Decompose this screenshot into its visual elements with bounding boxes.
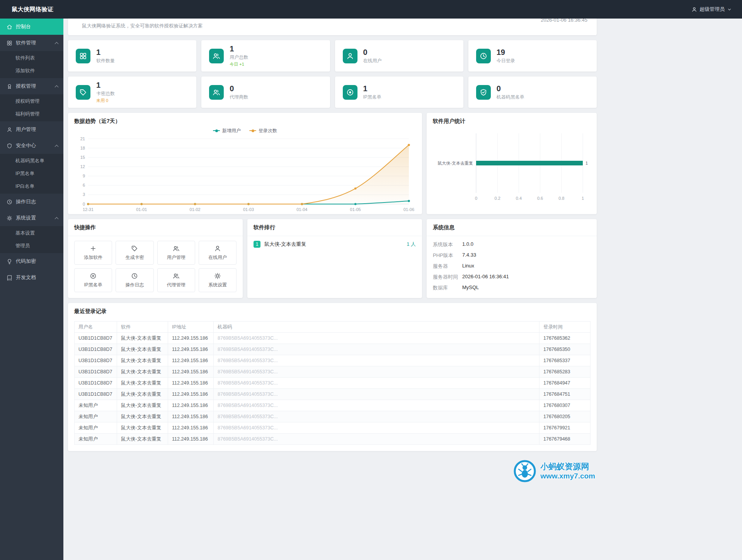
sidebar-item-license-code-manage[interactable]: 授权码管理 <box>0 95 63 108</box>
table-row: U3B1D1CB8D7鼠大侠-文本去重复112.249.155.1868769B… <box>75 378 591 389</box>
ranking-software-name: 鼠大侠-文本去重复 <box>264 241 403 248</box>
table-cell: 8769B5B5A6914055373C... <box>214 344 539 355</box>
svg-text:01-01: 01-01 <box>136 207 147 212</box>
quick-action-generate-card[interactable]: 生成卡密 <box>116 241 153 265</box>
user-icon <box>214 245 221 252</box>
table-cell: 8769B5B5A6914055373C... <box>214 422 539 434</box>
quick-action-ip-blacklist[interactable]: IP黑名单 <box>74 268 112 292</box>
quick-action-agent-manage[interactable]: 代理管理 <box>157 268 195 292</box>
tag-icon <box>76 85 90 100</box>
stat-label: 代理商数 <box>230 94 248 100</box>
table-cell: 112.249.155.186 <box>168 344 214 355</box>
svg-text:01-02: 01-02 <box>190 207 201 212</box>
charts-row: 数据趋势（近7天） 新增用户登录次数 03691215182112-3101-0… <box>68 113 597 214</box>
sidebar-item-dev-docs[interactable]: 开发文档 <box>0 269 63 286</box>
sidebar-submenu-security-center: 机器码黑名单IP黑名单IP白名单 <box>0 154 63 194</box>
quick-action-operation-log[interactable]: 操作日志 <box>116 268 153 292</box>
ranking-item: 1鼠大侠-文本去重复1 人 <box>247 236 422 252</box>
user-menu[interactable]: 超级管理员 <box>691 6 732 13</box>
stat-value: 19 <box>497 48 515 56</box>
shield-check-icon <box>476 85 491 100</box>
user-icon <box>7 127 12 133</box>
quick-action-system-settings[interactable]: 系统设置 <box>199 268 237 292</box>
table-row: U3B1D1CB8D7鼠大侠-文本去重复112.249.155.1868769B… <box>75 333 591 344</box>
clock-icon <box>131 272 138 279</box>
table-row: 未知用户鼠大侠-文本去重复112.249.155.1868769B5B5A691… <box>75 434 591 445</box>
sidebar-item-add-software[interactable]: 添加软件 <box>0 65 63 77</box>
sidebar-item-label: 开发文档 <box>16 274 36 281</box>
table-cell: 112.249.155.186 <box>168 434 214 445</box>
system-info-value: 7.4.33 <box>462 252 476 259</box>
svg-text:0: 0 <box>475 196 477 201</box>
sidebar-item-ip-blacklist[interactable]: IP黑名单 <box>0 167 63 180</box>
quick-action-user-manage[interactable]: 用户管理 <box>157 241 195 265</box>
watermark-site-name: 小蚂蚁资源网 <box>540 461 595 471</box>
stat-extra: 今日 +1 <box>230 61 248 67</box>
sidebar-item-security-center[interactable]: 安全中心 <box>0 138 63 154</box>
system-info-row: 服务器时间2026-01-06 16:36:41 <box>433 272 591 283</box>
stats-grid: 1软件数量1用户总数今日 +10在线用户19今日登录1卡密总数未用 00代理商数… <box>68 40 597 108</box>
legend-item-1[interactable]: 登录次数 <box>249 128 277 134</box>
chevron-up-icon <box>55 217 59 221</box>
sidebar-item-code-encrypt[interactable]: 代码加密 <box>0 253 63 269</box>
sidebar-item-admins[interactable]: 管理员 <box>0 240 63 252</box>
sidebar-item-operation-log[interactable]: 操作日志 <box>0 194 63 210</box>
table-row: 未知用户鼠大侠-文本去重复112.249.155.1868769B5B5A691… <box>75 411 591 422</box>
column-header: 用户名 <box>75 322 117 333</box>
svg-text:6: 6 <box>83 183 85 187</box>
table-cell: 8769B5B5A6914055373C... <box>214 389 539 400</box>
svg-text:01-03: 01-03 <box>243 207 254 212</box>
svg-text:12: 12 <box>80 164 85 169</box>
stat-label: 用户总数 <box>230 54 248 61</box>
sidebar-item-ip-whitelist[interactable]: IP白名单 <box>0 180 63 193</box>
trend-chart-card: 数据趋势（近7天） 新增用户登录次数 03691215182112-3101-0… <box>68 113 422 214</box>
legend-item-0[interactable]: 新增用户 <box>213 128 241 134</box>
table-cell: 112.249.155.186 <box>168 400 214 411</box>
system-info-row: 数据库MySQL <box>433 283 591 293</box>
table-cell: 鼠大侠-文本去重复 <box>117 344 168 355</box>
sidebar-item-machine-blacklist[interactable]: 机器码黑名单 <box>0 155 63 167</box>
svg-text:21: 21 <box>80 136 85 141</box>
chevron-up-icon <box>55 145 59 148</box>
table-row: U3B1D1CB8D7鼠大侠-文本去重复112.249.155.1868769B… <box>75 366 591 378</box>
watermark-text: 小蚂蚁资源网 www.xmy7.com <box>540 461 595 481</box>
users-icon <box>173 272 180 279</box>
sidebar-item-label: 授权管理 <box>16 83 36 90</box>
shield-icon <box>7 143 12 149</box>
svg-text:0: 0 <box>83 202 85 206</box>
apps-icon <box>76 49 90 63</box>
gear-icon <box>7 215 12 221</box>
system-info-value: 2026-01-06 16:36:41 <box>462 274 509 281</box>
sidebar-submenu-license-manage: 授权码管理福利码管理 <box>0 94 63 121</box>
quick-action-online-users[interactable]: 在线用户 <box>199 241 237 265</box>
chevron-up-icon <box>55 42 59 46</box>
sidebar-item-basic-settings[interactable]: 基本设置 <box>0 227 63 240</box>
system-info-label: 数据库 <box>433 284 462 291</box>
welcome-subtitle: 鼠大侠网络验证系统，安全可靠的软件授权验证解决方案 <box>82 23 203 29</box>
sidebar-item-software-manage[interactable]: 软件管理 <box>0 35 63 51</box>
sidebar-item-user-manage[interactable]: 用户管理 <box>0 121 63 138</box>
ribbon-icon <box>7 83 12 89</box>
sidebar-item-welfare-code-manage[interactable]: 福利码管理 <box>0 108 63 121</box>
svg-text:01-06: 01-06 <box>403 207 414 212</box>
stat-label: 机器码黑名单 <box>497 94 524 100</box>
sidebar-item-software-list[interactable]: 软件列表 <box>0 52 63 65</box>
stat-value: 0 <box>497 84 524 93</box>
svg-text:15: 15 <box>80 155 85 160</box>
sidebar-item-system-settings[interactable]: 系统设置 <box>0 210 63 226</box>
quick-action-add-software[interactable]: 添加软件 <box>74 241 112 265</box>
software-ranking-list: 1鼠大侠-文本去重复1 人 <box>247 236 422 252</box>
recent-logins-title: 最近登录记录 <box>68 303 597 320</box>
table-cell: U3B1D1CB8D7 <box>75 344 117 355</box>
quick-actions-title: 快捷操作 <box>68 219 243 236</box>
recent-logins-table-wrap: 用户名软件IP地址机器码登录时间 U3B1D1CB8D7鼠大侠-文本去重复112… <box>68 320 597 451</box>
column-header: 登录时间 <box>539 322 591 333</box>
table-cell: 未知用户 <box>75 400 117 411</box>
stat-label: 软件数量 <box>96 58 115 64</box>
clock-icon <box>476 49 491 63</box>
sidebar-item-dashboard[interactable]: 控制台 <box>0 19 63 35</box>
sidebar-item-license-manage[interactable]: 授权管理 <box>0 78 63 94</box>
stat-card-card-total: 1卡密总数未用 0 <box>68 77 196 108</box>
stat-label: IP黑名单 <box>363 94 381 100</box>
table-cell: 鼠大侠-文本去重复 <box>117 333 168 344</box>
